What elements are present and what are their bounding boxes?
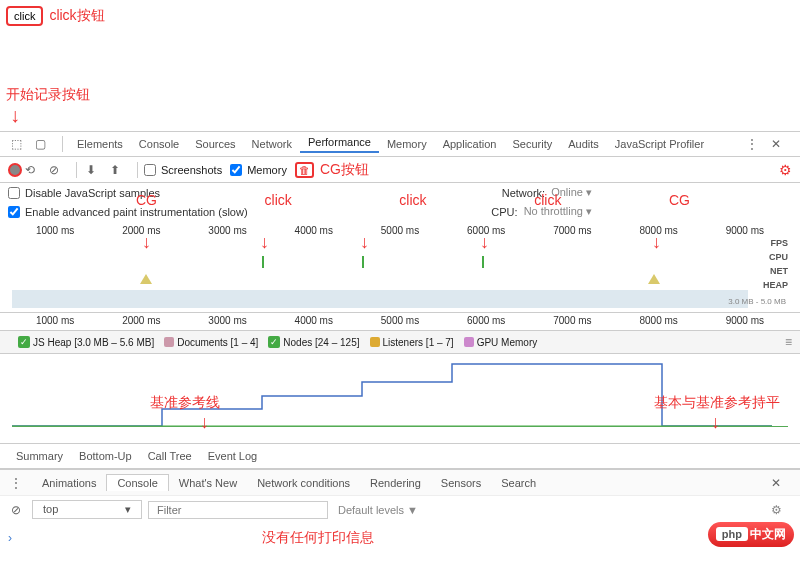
download-icon[interactable]: ⬇ [83,162,99,178]
drawer-tab-animations[interactable]: Animations [32,475,106,491]
drawer-tab-sensors[interactable]: Sensors [431,475,491,491]
trash-icon[interactable]: 🗑 [295,162,314,178]
gear-icon[interactable]: ⚙ [779,162,792,178]
lanes: FPS CPU NET HEAP 3.0 MB - 5.0 MB ↓ ↓ ↓ ↓… [12,238,788,308]
click-tick [362,256,364,268]
click-tick [482,256,484,268]
tab-performance[interactable]: Performance [300,136,379,153]
tab-memory[interactable]: Memory [379,138,435,150]
swatch-documents[interactable] [164,337,174,347]
swatch-gpu[interactable] [464,337,474,347]
nodes-label: Nodes [24 – 125] [283,337,359,348]
memory-label: Memory [247,164,287,176]
heap-graph[interactable]: 基准参考线 基本与基准参考持平 ↓ ↓ [0,354,800,444]
tick: 6000 ms [467,315,505,326]
devices-icon[interactable]: ▢ [32,136,48,152]
tab-console[interactable]: Console [131,138,187,150]
tab-application[interactable]: Application [435,138,505,150]
peak-icon [648,274,660,284]
record-button[interactable] [8,163,22,177]
click-label: click按钮 [49,7,104,25]
arrow-icon: ↓ [360,232,369,253]
drawer-tab-console[interactable]: Console [106,474,168,491]
heap-range-text: 3.0 MB - 5.0 MB [728,297,786,306]
inspect-icon[interactable]: ⬚ [8,136,24,152]
tick: 9000 ms [726,315,764,326]
screenshots-label: Screenshots [161,164,222,176]
drawer-tab-search[interactable]: Search [491,475,546,491]
baseline [12,426,788,427]
screenshots-checkbox[interactable] [144,164,156,176]
watermark-text: 中文网 [750,527,786,541]
divider [76,162,77,178]
swatch-listeners[interactable] [370,337,380,347]
tick: 4000 ms [295,315,333,326]
documents-label: Documents [1 – 4] [177,337,258,348]
tab-network[interactable]: Network [244,138,300,150]
arrow-icon: ↓ [711,412,720,433]
tick: 7000 ms [553,225,591,236]
tick: 5000 ms [381,315,419,326]
detail-ruler[interactable]: 1000 ms 2000 ms 3000 ms 4000 ms 5000 ms … [0,313,800,331]
tab-summary[interactable]: Summary [8,448,71,464]
lane-net: NET [770,266,788,276]
dots-icon[interactable]: ⋮ [744,136,760,152]
devtools-main-toolbar: ⬚ ▢ Elements Console Sources Network Per… [0,131,800,157]
check-icon[interactable]: ✓ [18,336,30,348]
reload-icon[interactable]: ⟲ [22,162,38,178]
overview-timeline[interactable]: 1000 ms 2000 ms 3000 ms 4000 ms 5000 ms … [0,221,800,313]
dots-icon[interactable]: ⋮ [8,475,24,491]
enable-paint-checkbox[interactable] [8,206,20,218]
tick: 3000 ms [208,225,246,236]
tick: 3000 ms [208,315,246,326]
divider [62,136,63,152]
disable-js-checkbox[interactable] [8,187,20,199]
tab-elements[interactable]: Elements [69,138,131,150]
prompt-icon: › [8,531,12,545]
matching-label: 基本与基准参考持平 [654,394,780,412]
arrow-icon: ↓ [200,412,209,433]
gpu-label: GPU Memory [477,337,538,348]
arrow-icon: ↓ [652,232,661,253]
drawer-tab-whatsnew[interactable]: What's New [169,475,247,491]
summary-tabs: Summary Bottom-Up Call Tree Event Log [0,444,800,469]
check-icon[interactable]: ✓ [268,336,280,348]
listeners-label: Listeners [1 – 7] [383,337,454,348]
drawer-tab-rendering[interactable]: Rendering [360,475,431,491]
memory-checkbox[interactable] [230,164,242,176]
tick: 8000 ms [639,315,677,326]
tab-security[interactable]: Security [504,138,560,150]
tick: 5000 ms [381,225,419,236]
cg-btn-label: CG按钮 [320,161,369,179]
cg-mark-1: CG [136,192,157,208]
performance-toolbar: ⟲ ⊘ ⬇ ⬆ Screenshots Memory 🗑 CG按钮 ⚙ [0,157,800,183]
block-icon[interactable]: ⊘ [8,502,24,518]
console-body[interactable]: › 没有任何打印信息 php中文网 [0,523,800,553]
gear-icon[interactable]: ⚙ [768,502,784,518]
watermark: php中文网 [708,522,794,547]
page-click-button[interactable]: click [6,6,43,26]
tab-audits[interactable]: Audits [560,138,607,150]
heap-band [12,290,748,308]
time-ruler-2: 1000 ms 2000 ms 3000 ms 4000 ms 5000 ms … [12,315,788,326]
tab-call-tree[interactable]: Call Tree [140,448,200,464]
divider [137,162,138,178]
close-icon[interactable]: ✕ [768,136,784,152]
down-arrow-icon: ↓ [10,104,794,127]
tab-event-log[interactable]: Event Log [200,448,266,464]
arrow-icon: ↓ [260,232,269,253]
levels-select[interactable]: Default levels ▼ [338,504,418,516]
tab-bottom-up[interactable]: Bottom-Up [71,448,140,464]
console-toolbar: ⊘ top ▾ Default levels ▼ ⚙ [0,495,800,523]
drawer-close-icon[interactable]: ✕ [768,475,784,491]
upload-icon[interactable]: ⬆ [107,162,123,178]
hamburger-icon[interactable]: ≡ [785,335,792,349]
drawer-tab-netcond[interactable]: Network conditions [247,475,360,491]
tab-js-profiler[interactable]: JavaScript Profiler [607,138,712,150]
clear-icon[interactable]: ⊘ [46,162,62,178]
tick: 4000 ms [295,225,333,236]
tab-sources[interactable]: Sources [187,138,243,150]
record-label: 开始记录按钮 [6,86,90,102]
filter-input[interactable] [148,501,328,519]
context-select[interactable]: top ▾ [32,500,142,519]
